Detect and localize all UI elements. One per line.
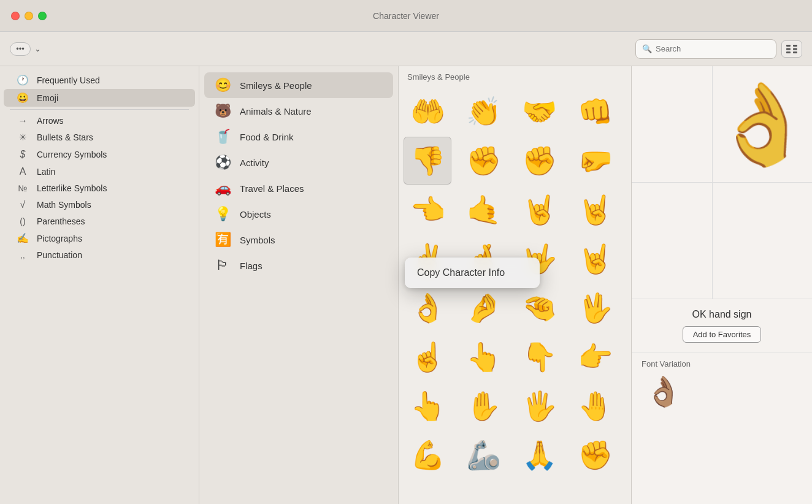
emoji-cell[interactable]: 🤝 [516, 88, 564, 136]
emoji-cell[interactable]: 👊 [572, 88, 619, 136]
emoji-cell[interactable]: 🤙 [459, 186, 507, 234]
font-variation-section: Font Variation 👌🏽 [632, 353, 812, 415]
sidebar-item-label: Emoji [37, 93, 58, 103]
animals-icon: 🐻 [214, 103, 231, 119]
window-controls [11, 12, 47, 20]
sidebar-item-letterlike[interactable]: № Letterlike Symbols [4, 180, 195, 196]
travel-icon: 🚗 [214, 180, 231, 196]
emoji-cell[interactable]: 🖐 [516, 382, 564, 430]
more-button[interactable]: ••• [10, 42, 31, 56]
emoji-cell[interactable]: 🤘 [516, 186, 564, 234]
detail-cell-2: 👌 [713, 66, 812, 183]
emoji-cell[interactable]: ✋ [459, 382, 507, 430]
emoji-cell[interactable]: ✊ [572, 431, 619, 479]
emoji-cell[interactable]: 🤏 [516, 284, 564, 332]
latin-icon: A [16, 166, 29, 177]
currency-icon: $ [16, 149, 29, 160]
sidebar-item-label: Letterlike Symbols [37, 183, 107, 193]
category-objects[interactable]: 💡 Objects [204, 201, 393, 227]
activity-icon: ⚽ [214, 155, 231, 170]
emoji-cell[interactable]: 👇 [516, 333, 564, 381]
sidebar-divider [10, 109, 189, 110]
flags-icon: 🏳 [214, 258, 231, 273]
category-item-label: Flags [240, 261, 262, 271]
emoji-cell[interactable]: 🤘 [572, 235, 619, 283]
close-button[interactable] [11, 12, 20, 20]
category-smileys-people[interactable]: 😊 Smileys & People [204, 72, 393, 98]
emoji-cell[interactable]: 🤘 [572, 186, 619, 234]
category-flags[interactable]: 🏳 Flags [204, 253, 393, 278]
emoji-cell[interactable]: 🤌 [459, 284, 507, 332]
emoji-cell[interactable]: 🦾 [459, 431, 507, 479]
titlebar: Character Viewer [0, 0, 812, 32]
category-symbols[interactable]: 🈶 Symbols [204, 227, 393, 253]
chevron-button[interactable]: ⌄ [34, 44, 41, 53]
arrow-icon: → [16, 115, 29, 126]
emoji-cell[interactable]: 🤚 [572, 382, 619, 430]
emoji-cell[interactable]: 🤛 [572, 137, 619, 185]
emoji-cell[interactable]: 💪 [404, 431, 451, 479]
objects-icon: 💡 [214, 206, 231, 222]
sidebar-item-bullets-stars[interactable]: ✳ Bullets & Stars [4, 129, 195, 146]
bullets-icon: ✳ [16, 132, 29, 143]
pictographs-icon: ✍ [16, 232, 29, 244]
emoji-cell[interactable]: ✊ [459, 137, 507, 185]
svg-rect-5 [793, 52, 797, 53]
category-item-label: Food & Drink [240, 132, 294, 142]
detail-cell-1 [632, 66, 713, 183]
category-food-drink[interactable]: 🥤 Food & Drink [204, 124, 393, 150]
sidebar-item-label: Punctuation [37, 250, 82, 260]
sidebar-item-arrows[interactable]: → Arrows [4, 112, 195, 129]
category-animals-nature[interactable]: 🐻 Animals & Nature [204, 98, 393, 124]
emoji-cell[interactable]: 👎 [404, 137, 451, 185]
category-activity[interactable]: ⚽ Activity [204, 150, 393, 175]
search-input[interactable] [656, 44, 770, 53]
sidebar-item-label: Latin [37, 167, 55, 177]
detail-cell-4 [713, 183, 812, 299]
emoji-icon: 😀 [16, 92, 29, 104]
smileys-icon: 😊 [214, 77, 231, 93]
search-box: 🔍 [635, 39, 776, 59]
emoji-cell[interactable]: 👈 [404, 186, 451, 234]
emoji-cell[interactable]: 🖖 [572, 284, 619, 332]
sidebar-item-label: Math Symbols [37, 200, 91, 210]
sidebar-item-parentheses[interactable]: () Parentheses [4, 213, 195, 229]
category-travel-places[interactable]: 🚗 Travel & Places [204, 175, 393, 201]
context-menu: Copy Character Info [405, 258, 540, 288]
emoji-cell[interactable]: ☝ [404, 333, 451, 381]
emoji-cell[interactable]: 👉 [572, 333, 619, 381]
emoji-cell[interactable]: 🙏 [516, 431, 564, 479]
emoji-cell[interactable]: 👆 [459, 333, 507, 381]
add-to-favorites-button[interactable]: Add to Favorites [683, 326, 762, 343]
category-item-label: Activity [240, 158, 269, 168]
parentheses-icon: () [16, 216, 29, 226]
sidebar-item-emoji[interactable]: 😀 Emoji [4, 89, 195, 107]
sidebar-item-math[interactable]: √ Math Symbols [4, 196, 195, 213]
emoji-cell[interactable]: 🤲 [404, 88, 451, 136]
emoji-cell[interactable]: 👏 [459, 88, 507, 136]
grid-view-button[interactable] [781, 40, 802, 58]
sidebar-item-currency-symbols[interactable]: $ Currency Symbols [4, 146, 195, 163]
punctuation-icon: ,, [16, 251, 29, 260]
emoji-cell[interactable]: 👆 [404, 382, 451, 430]
food-icon: 🥤 [214, 129, 231, 145]
font-variation-emoji[interactable]: 👌🏽 [645, 375, 682, 408]
sidebar-item-punctuation[interactable]: ,, Punctuation [4, 247, 195, 263]
svg-rect-3 [793, 48, 797, 50]
math-icon: √ [16, 199, 29, 210]
sidebar-item-pictographs[interactable]: ✍ Pictographs [4, 229, 195, 247]
toolbar-left: ••• ⌄ [10, 42, 41, 56]
sidebar-item-label: Parentheses [37, 216, 85, 226]
detail-panel: 👌 OK hand sign Add to Favorites Font Var… [632, 66, 812, 504]
minimize-button[interactable] [25, 12, 33, 20]
clock-icon: 🕐 [16, 74, 29, 86]
maximize-button[interactable] [38, 12, 47, 20]
sidebar-item-latin[interactable]: A Latin [4, 163, 195, 180]
emoji-cell[interactable]: ✊ [516, 137, 564, 185]
sidebar-item-label: Frequently Used [37, 75, 100, 85]
context-menu-copy-character-info[interactable]: Copy Character Info [405, 261, 540, 284]
sidebar-item-label: Pictographs [37, 234, 82, 243]
sidebar-item-frequently-used[interactable]: 🕐 Frequently Used [4, 71, 195, 89]
emoji-cell[interactable]: 👌 [404, 284, 451, 332]
search-icon: 🔍 [642, 44, 652, 53]
